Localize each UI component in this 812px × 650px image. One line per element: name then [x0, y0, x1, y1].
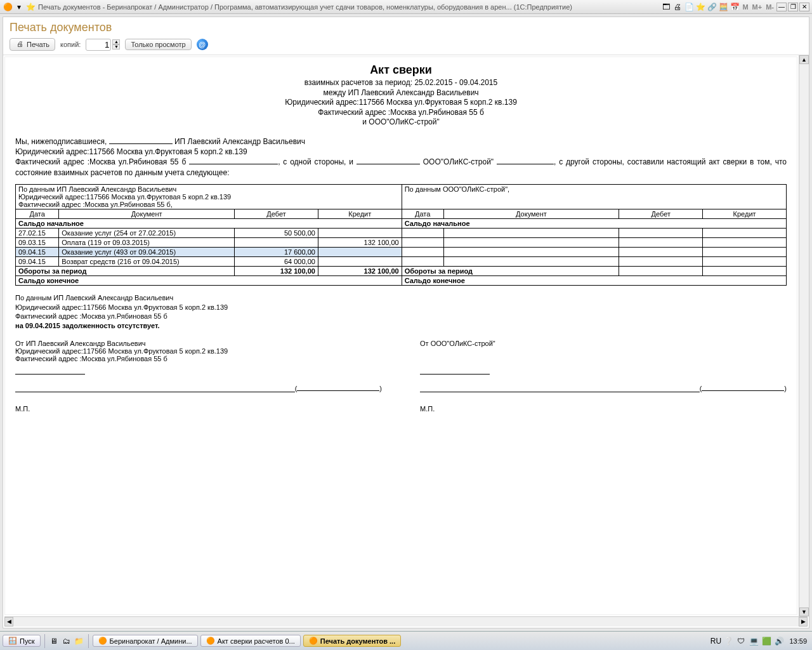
cell-credit	[318, 256, 402, 266]
view-only-button[interactable]: Только просмотр	[125, 39, 191, 50]
scroll-right-arrow[interactable]: ▶	[799, 617, 808, 627]
footer-line: Юридический адрес:117566 Москва ул.Фрукт…	[15, 303, 787, 312]
mp-label: М.П.	[420, 405, 787, 413]
table-row-selected[interactable]: 09.04.15 Оказание услуг (493 от 09.04.20…	[16, 247, 787, 256]
doc-icon[interactable]: 📄	[684, 2, 694, 12]
copies-input[interactable]	[86, 39, 111, 51]
para-text: Юридический адрес:117566 Москва ул.Фрукт…	[15, 147, 247, 156]
top-left-line: Фактический адрес :Москва ул.Рябиновая 5…	[18, 201, 399, 208]
turnover-debit: 132 100,00	[235, 266, 318, 275]
tray-shield-icon[interactable]: 🛡	[736, 636, 746, 646]
table-header-row: Дата Документ Дебет Кредит Дата Документ…	[16, 209, 787, 218]
dropdown-icon[interactable]: ▾	[14, 2, 24, 12]
cell-debit: 50 500,00	[235, 228, 318, 237]
print-button-label: Печать	[27, 41, 49, 48]
scroll-down-arrow[interactable]: ▼	[799, 607, 809, 616]
top-left-line: По данным ИП Лаевский Александр Васильев…	[18, 185, 399, 193]
signature-line-short	[420, 374, 490, 375]
col-credit-r: Кредит	[703, 209, 787, 218]
cell-doc: Оказание услуг (493 от 09.04.2015)	[59, 247, 235, 256]
cell-doc: Оплата (119 от 09.03.2015)	[59, 237, 235, 247]
document-page[interactable]: Акт сверки взаимных расчетов за период: …	[4, 56, 797, 615]
link-icon[interactable]: 🔗	[707, 2, 717, 12]
para-text: Мы, нижеподписавшиеся,	[15, 137, 109, 146]
signature-right: От ООО"ОЛиКС-строй" () М.П.	[420, 340, 787, 413]
start-icon: 🪟	[8, 637, 17, 645]
col-debit-r: Дебет	[619, 209, 703, 218]
col-doc: Документ	[59, 209, 235, 218]
window-title-bar: 🟠 ▾ ⭐ Печать документов - Беринапрокат /…	[0, 0, 812, 14]
calendar-icon[interactable]: 📅	[730, 2, 740, 12]
m-button[interactable]: M	[741, 3, 749, 11]
close-button[interactable]: ✕	[799, 3, 809, 11]
taskbar-item[interactable]: 🟠 Беринапрокат / Админи...	[93, 635, 198, 647]
start-button[interactable]: 🪟 Пуск	[3, 635, 41, 647]
lang-indicator[interactable]: RU	[710, 636, 721, 646]
scroll-up-arrow[interactable]: ▲	[799, 55, 809, 64]
doc-period: взаимных расчетов за период: 25.02.2015 …	[15, 78, 787, 88]
table-row[interactable]: 09.03.15 Оплата (119 от 09.03.2015) 132 …	[16, 237, 787, 247]
col-date: Дата	[16, 209, 59, 218]
calc-icon[interactable]: 🧮	[718, 2, 728, 12]
quick-launch-app-icon[interactable]: 📁	[74, 636, 84, 646]
taskbar-item-label: Акт сверки расчетов 0...	[218, 637, 295, 645]
horizontal-scrollbar[interactable]: ◀ ▶	[4, 616, 808, 627]
col-doc-r: Документ	[443, 209, 619, 218]
at-icon[interactable]: @	[197, 39, 208, 50]
doc-title: Акт сверки	[15, 63, 787, 77]
tools-icon[interactable]: 🗔	[661, 2, 671, 12]
signature-line-short	[15, 374, 85, 375]
table-top-left: По данным ИП Лаевский Александр Васильев…	[16, 184, 402, 209]
doc-addr2: Фактический адрес :Москва ул.Рябиновая 5…	[15, 108, 787, 118]
print-icon[interactable]: 🖨	[672, 2, 683, 12]
star-icon[interactable]: ⭐	[25, 2, 36, 12]
cell-doc: Возврат средств (216 от 09.04.2015)	[59, 256, 235, 266]
para-text: ИП Лаевский Александр Васильевич	[173, 137, 305, 146]
vertical-scrollbar[interactable]: ▲ ▼	[799, 55, 809, 616]
quick-launch-windows-icon[interactable]: 🗂	[62, 636, 72, 646]
sig-line: Юридический адрес:117566 Москва ул.Фрукт…	[15, 347, 382, 355]
tray-help-icon[interactable]: ❔	[723, 636, 733, 646]
fav-icon[interactable]: ⭐	[695, 2, 705, 12]
scroll-left-arrow[interactable]: ◀	[4, 617, 13, 627]
signature-line	[420, 383, 700, 392]
copies-label: копий:	[60, 41, 81, 48]
app-icon: 🟠	[3, 2, 13, 12]
turnover-label: Обороты за период	[16, 266, 235, 275]
tray-app-icon[interactable]: 🟩	[761, 636, 771, 646]
print-button[interactable]: 🖨 Печать	[10, 38, 55, 51]
footer-line-bold: на 09.04.2015 задолженность отсутствует.	[15, 321, 787, 331]
cell-credit	[318, 247, 402, 256]
copies-up[interactable]: ▲	[112, 39, 120, 44]
view-only-label: Только просмотр	[131, 41, 185, 48]
para-text: ООО"ОЛиКС-строй"	[420, 157, 497, 166]
table-row[interactable]: 09.04.15 Возврат средств (216 от 09.04.2…	[16, 256, 787, 266]
minimize-button[interactable]: —	[776, 3, 787, 11]
doc-para: Мы, нижеподписавшиеся, ИП Лаевский Алекс…	[15, 136, 787, 178]
copies-down[interactable]: ▼	[112, 44, 120, 50]
m-plus-button[interactable]: M+	[751, 3, 764, 11]
para-text: , с одной стороны, и	[278, 157, 357, 166]
toolbar: 🖨 Печать копий: ▲ ▼ Только просмотр @	[3, 34, 809, 55]
page-title: Печать документов	[3, 17, 809, 34]
blank-line	[497, 164, 554, 164]
taskbar-item-label: Беринапрокат / Админи...	[110, 637, 192, 645]
act-table: По данным ИП Лаевский Александр Васильев…	[15, 184, 787, 286]
col-credit: Кредит	[318, 209, 402, 218]
table-row[interactable]: 27.02.15 Оказание услуг (254 от 27.02.20…	[16, 228, 787, 237]
taskbar-item[interactable]: 🟠 Акт сверки расчетов 0...	[200, 635, 301, 647]
tray-network-icon[interactable]: 💻	[749, 636, 759, 646]
cell-date: 09.03.15	[16, 237, 59, 247]
tray-volume-icon[interactable]: 🔊	[774, 636, 784, 646]
para-text: Фактический адрес :Москва ул.Рябиновая 5…	[15, 157, 189, 166]
maximize-button[interactable]: ❐	[788, 3, 798, 11]
cell-debit: 64 000,00	[235, 256, 318, 266]
content-area: Печать документов 🖨 Печать копий: ▲ ▼ То…	[3, 17, 809, 628]
tray-clock[interactable]: 13:59	[787, 637, 809, 645]
turnover-label-r: Обороты за период	[402, 266, 619, 275]
m-minus-button[interactable]: M-	[764, 3, 775, 11]
taskbar-item-label: Печать документов ...	[320, 637, 396, 645]
signature-paren: ()	[700, 385, 787, 392]
taskbar-item-active[interactable]: 🟠 Печать документов ...	[303, 635, 402, 647]
quick-launch-desktop-icon[interactable]: 🖥	[49, 636, 59, 646]
